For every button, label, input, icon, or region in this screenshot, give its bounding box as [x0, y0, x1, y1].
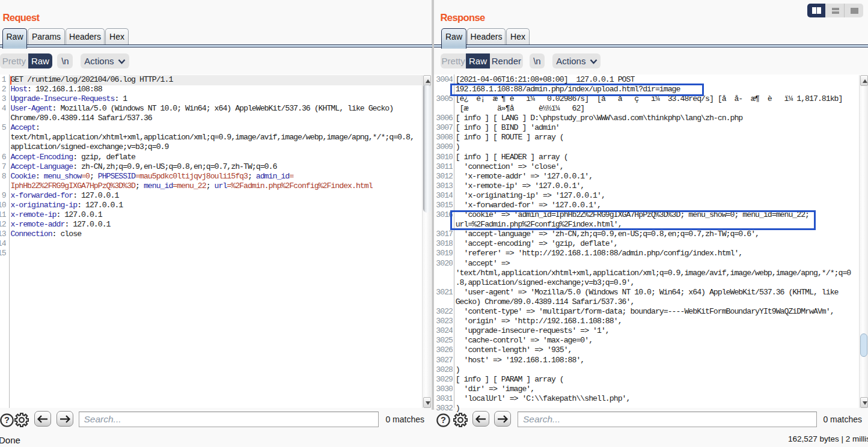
svg-text:?: ? — [441, 415, 446, 425]
svg-text:?: ? — [4, 415, 10, 425]
